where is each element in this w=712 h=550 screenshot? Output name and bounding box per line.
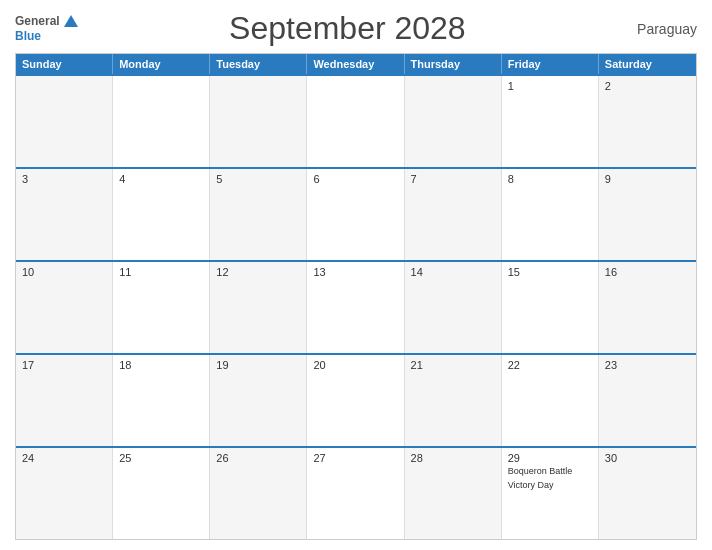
day-30: 30 (605, 452, 690, 464)
cell-r2-sun: 3 (16, 169, 113, 260)
calendar: Sunday Monday Tuesday Wednesday Thursday… (15, 53, 697, 540)
day-19: 19 (216, 359, 300, 371)
day-6: 6 (313, 173, 397, 185)
cell-r5-fri: 29 Boqueron Battle Victory Day (502, 448, 599, 539)
cell-r2-thu: 7 (405, 169, 502, 260)
calendar-title: September 2028 (78, 10, 617, 47)
cell-r5-tue: 26 (210, 448, 307, 539)
day-3: 3 (22, 173, 106, 185)
cell-r2-fri: 8 (502, 169, 599, 260)
cell-r1-wed (307, 76, 404, 167)
day-17: 17 (22, 359, 106, 371)
country-label: Paraguay (617, 21, 697, 37)
cell-r1-fri: 1 (502, 76, 599, 167)
logo: General Blue (15, 14, 78, 43)
header: General Blue September 2028 Paraguay (15, 10, 697, 47)
day-25: 25 (119, 452, 203, 464)
day-20: 20 (313, 359, 397, 371)
logo-triangle-icon (64, 15, 78, 27)
cell-r3-mon: 11 (113, 262, 210, 353)
cell-r4-sun: 17 (16, 355, 113, 446)
day-1: 1 (508, 80, 592, 92)
day-22: 22 (508, 359, 592, 371)
day-18: 18 (119, 359, 203, 371)
day-8: 8 (508, 173, 592, 185)
col-sunday: Sunday (16, 54, 113, 74)
calendar-header: Sunday Monday Tuesday Wednesday Thursday… (16, 54, 696, 74)
cell-r1-sun (16, 76, 113, 167)
col-wednesday: Wednesday (307, 54, 404, 74)
day-13: 13 (313, 266, 397, 278)
day-14: 14 (411, 266, 495, 278)
calendar-row-2: 3 4 5 6 7 8 9 (16, 167, 696, 260)
cell-r2-wed: 6 (307, 169, 404, 260)
day-9: 9 (605, 173, 690, 185)
cell-r4-wed: 20 (307, 355, 404, 446)
col-thursday: Thursday (405, 54, 502, 74)
cell-r3-thu: 14 (405, 262, 502, 353)
day-7: 7 (411, 173, 495, 185)
day-28: 28 (411, 452, 495, 464)
day-29: 29 (508, 452, 592, 464)
cell-r3-fri: 15 (502, 262, 599, 353)
cell-r5-sat: 30 (599, 448, 696, 539)
calendar-row-5: 24 25 26 27 28 29 Boqueron Battle Victor… (16, 446, 696, 539)
col-friday: Friday (502, 54, 599, 74)
event-boqueron: Boqueron Battle Victory Day (508, 466, 573, 490)
cell-r4-sat: 23 (599, 355, 696, 446)
logo-blue-text: Blue (15, 29, 78, 43)
page: General Blue September 2028 Paraguay Sun… (0, 0, 712, 550)
calendar-row-1: 1 2 (16, 74, 696, 167)
day-15: 15 (508, 266, 592, 278)
day-24: 24 (22, 452, 106, 464)
cell-r2-sat: 9 (599, 169, 696, 260)
day-26: 26 (216, 452, 300, 464)
cell-r5-wed: 27 (307, 448, 404, 539)
day-23: 23 (605, 359, 690, 371)
calendar-row-3: 10 11 12 13 14 15 16 (16, 260, 696, 353)
day-4: 4 (119, 173, 203, 185)
cell-r5-mon: 25 (113, 448, 210, 539)
cell-r1-thu (405, 76, 502, 167)
cell-r3-tue: 12 (210, 262, 307, 353)
cell-r2-tue: 5 (210, 169, 307, 260)
day-21: 21 (411, 359, 495, 371)
day-16: 16 (605, 266, 690, 278)
cell-r2-mon: 4 (113, 169, 210, 260)
cell-r4-tue: 19 (210, 355, 307, 446)
cell-r5-sun: 24 (16, 448, 113, 539)
calendar-body: 1 2 3 4 5 6 (16, 74, 696, 539)
day-27: 27 (313, 452, 397, 464)
cell-r5-thu: 28 (405, 448, 502, 539)
cell-r3-sat: 16 (599, 262, 696, 353)
col-saturday: Saturday (599, 54, 696, 74)
cell-r1-tue (210, 76, 307, 167)
col-tuesday: Tuesday (210, 54, 307, 74)
cell-r4-mon: 18 (113, 355, 210, 446)
cell-r4-fri: 22 (502, 355, 599, 446)
day-10: 10 (22, 266, 106, 278)
cell-r4-thu: 21 (405, 355, 502, 446)
day-12: 12 (216, 266, 300, 278)
day-5: 5 (216, 173, 300, 185)
cell-r3-sun: 10 (16, 262, 113, 353)
cell-r3-wed: 13 (307, 262, 404, 353)
cell-r1-sat: 2 (599, 76, 696, 167)
day-2: 2 (605, 80, 690, 92)
logo-general-text: General (15, 14, 60, 28)
cell-r1-mon (113, 76, 210, 167)
calendar-row-4: 17 18 19 20 21 22 23 (16, 353, 696, 446)
day-11: 11 (119, 266, 203, 278)
col-monday: Monday (113, 54, 210, 74)
